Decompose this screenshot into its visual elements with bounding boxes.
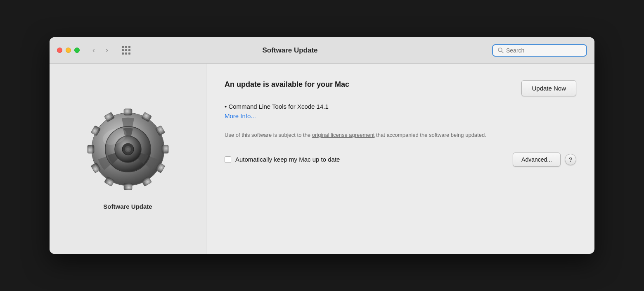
- search-icon: [498, 48, 504, 53]
- close-button[interactable]: [57, 48, 62, 53]
- advanced-button[interactable]: Advanced...: [513, 153, 561, 167]
- svg-point-19: [126, 148, 130, 151]
- search-bar[interactable]: [492, 44, 587, 57]
- svg-point-0: [498, 48, 502, 52]
- bottom-row: Automatically keep my Mac up to date Adv…: [225, 153, 576, 167]
- svg-line-1: [502, 51, 504, 53]
- traffic-lights: [57, 48, 80, 53]
- content-area: Software Update An update is available f…: [50, 64, 594, 254]
- minimize-button[interactable]: [66, 48, 71, 53]
- maximize-button[interactable]: [74, 48, 80, 53]
- more-info-link[interactable]: More Info...: [225, 112, 576, 119]
- titlebar: ‹ › Software Update: [50, 37, 594, 64]
- svg-rect-12: [88, 145, 94, 153]
- software-update-icon: [87, 108, 169, 191]
- update-header: An update is available for your Mac Upda…: [225, 80, 576, 96]
- update-item: • Command Line Tools for Xcode 14.1: [225, 103, 576, 110]
- auto-update-checkbox[interactable]: [225, 156, 231, 163]
- license-text-pre: Use of this software is subject to the: [225, 132, 312, 138]
- license-text-post: that accompanied the software being upda…: [374, 132, 486, 138]
- sidebar: Software Update: [50, 64, 206, 254]
- svg-rect-6: [162, 145, 168, 153]
- system-preferences-window: ‹ › Software Update: [50, 37, 594, 254]
- help-button[interactable]: ?: [565, 154, 576, 165]
- sidebar-label: Software Update: [103, 203, 152, 210]
- license-link[interactable]: original license agreement: [312, 132, 375, 138]
- update-title: An update is available for your Mac: [225, 80, 349, 89]
- window-title: Software Update: [88, 46, 492, 55]
- update-now-button[interactable]: Update Now: [521, 80, 576, 96]
- auto-update-label: Automatically keep my Mac up to date: [235, 156, 340, 163]
- right-buttons: Advanced... ?: [513, 153, 576, 167]
- svg-rect-3: [124, 109, 132, 115]
- gear-icon-container: [87, 108, 169, 191]
- auto-update-row: Automatically keep my Mac up to date: [225, 156, 340, 163]
- main-panel: An update is available for your Mac Upda…: [206, 64, 594, 254]
- search-input[interactable]: [506, 47, 581, 54]
- license-text: Use of this software is subject to the o…: [225, 131, 489, 139]
- svg-rect-9: [124, 183, 132, 190]
